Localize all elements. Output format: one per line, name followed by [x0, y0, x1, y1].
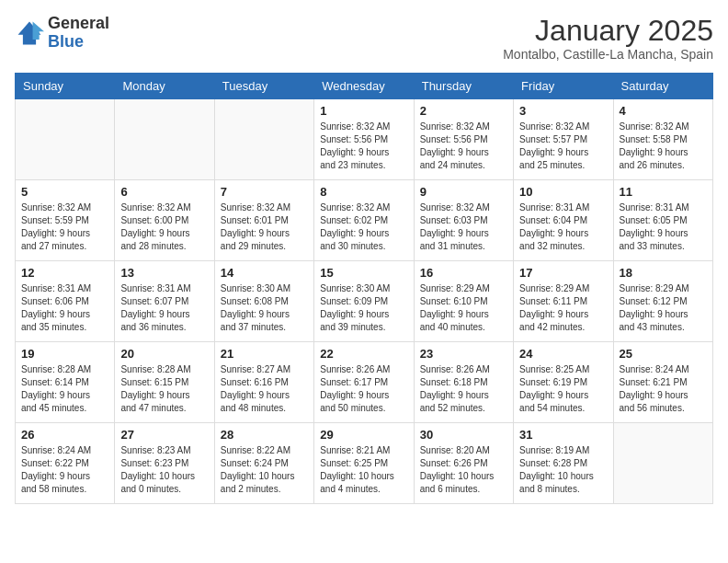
day-number: 16: [420, 266, 507, 280]
day-number: 20: [120, 347, 208, 361]
day-number: 31: [519, 428, 607, 442]
logo-blue: Blue: [48, 33, 109, 52]
day-info: Sunrise: 8:32 AMSunset: 5:57 PMDaylight:…: [519, 121, 607, 172]
day-number: 13: [120, 266, 208, 280]
day-number: 30: [420, 428, 507, 442]
day-number: 19: [21, 347, 108, 361]
day-number: 29: [320, 428, 407, 442]
day-info: Sunrise: 8:29 AMSunset: 6:12 PMDaylight:…: [620, 282, 707, 334]
day-header-sunday: Sunday: [16, 74, 115, 99]
day-number: 26: [21, 428, 108, 442]
week-row-3: 12Sunrise: 8:31 AMSunset: 6:06 PMDayligh…: [16, 261, 713, 342]
logo-general: General: [48, 15, 109, 33]
day-cell: 27Sunrise: 8:23 AMSunset: 6:23 PMDayligh…: [115, 423, 214, 504]
day-number: 12: [21, 266, 108, 280]
day-number: 8: [320, 185, 407, 199]
day-number: 25: [620, 347, 707, 361]
day-info: Sunrise: 8:32 AMSunset: 6:02 PMDaylight:…: [320, 201, 407, 253]
day-number: 5: [21, 185, 108, 199]
day-info: Sunrise: 8:32 AMSunset: 5:56 PMDaylight:…: [420, 121, 507, 172]
title-block: January 2025 Montalbo, Castille-La Manch…: [503, 15, 713, 62]
day-info: Sunrise: 8:26 AMSunset: 6:17 PMDaylight:…: [320, 363, 407, 415]
day-info: Sunrise: 8:32 AMSunset: 6:03 PMDaylight:…: [420, 201, 507, 253]
day-cell: 16Sunrise: 8:29 AMSunset: 6:10 PMDayligh…: [414, 261, 513, 342]
day-number: 9: [420, 185, 507, 199]
day-info: Sunrise: 8:24 AMSunset: 6:22 PMDaylight:…: [21, 444, 108, 496]
day-info: Sunrise: 8:25 AMSunset: 6:19 PMDaylight:…: [519, 363, 607, 415]
day-cell: 8Sunrise: 8:32 AMSunset: 6:02 PMDaylight…: [314, 180, 414, 261]
day-cell: 19Sunrise: 8:28 AMSunset: 6:14 PMDayligh…: [16, 342, 115, 423]
day-cell: [16, 99, 115, 180]
day-cell: [115, 99, 214, 180]
day-info: Sunrise: 8:23 AMSunset: 6:23 PMDaylight:…: [120, 444, 208, 496]
day-cell: [613, 423, 712, 504]
day-cell: 20Sunrise: 8:28 AMSunset: 6:15 PMDayligh…: [115, 342, 214, 423]
day-header-tuesday: Tuesday: [214, 74, 313, 99]
day-info: Sunrise: 8:32 AMSunset: 6:00 PMDaylight:…: [120, 201, 208, 253]
day-header-friday: Friday: [514, 74, 613, 99]
day-cell: 13Sunrise: 8:31 AMSunset: 6:07 PMDayligh…: [115, 261, 214, 342]
day-info: Sunrise: 8:22 AMSunset: 6:24 PMDaylight:…: [221, 444, 308, 496]
page-header: General Blue January 2025 Montalbo, Cast…: [15, 15, 713, 62]
day-cell: 10Sunrise: 8:31 AMSunset: 6:04 PMDayligh…: [514, 180, 613, 261]
month-title: January 2025: [503, 15, 713, 47]
day-cell: 3Sunrise: 8:32 AMSunset: 5:57 PMDaylight…: [514, 99, 613, 180]
day-info: Sunrise: 8:30 AMSunset: 6:09 PMDaylight:…: [320, 282, 407, 334]
day-number: 17: [519, 266, 607, 280]
day-number: 1: [320, 104, 407, 118]
day-number: 4: [620, 104, 707, 118]
day-info: Sunrise: 8:24 AMSunset: 6:21 PMDaylight:…: [620, 363, 707, 415]
day-number: 11: [620, 185, 707, 199]
day-cell: 23Sunrise: 8:26 AMSunset: 6:18 PMDayligh…: [414, 342, 513, 423]
day-info: Sunrise: 8:32 AMSunset: 5:58 PMDaylight:…: [620, 121, 707, 172]
day-header-wednesday: Wednesday: [314, 74, 414, 99]
day-cell: 26Sunrise: 8:24 AMSunset: 6:22 PMDayligh…: [16, 423, 115, 504]
day-cell: 29Sunrise: 8:21 AMSunset: 6:25 PMDayligh…: [314, 423, 414, 504]
day-info: Sunrise: 8:27 AMSunset: 6:16 PMDaylight:…: [221, 363, 308, 415]
day-info: Sunrise: 8:31 AMSunset: 6:05 PMDaylight:…: [620, 201, 707, 253]
day-info: Sunrise: 8:31 AMSunset: 6:04 PMDaylight:…: [519, 201, 607, 253]
day-info: Sunrise: 8:31 AMSunset: 6:06 PMDaylight:…: [21, 282, 108, 334]
day-number: 6: [120, 185, 208, 199]
day-cell: 14Sunrise: 8:30 AMSunset: 6:08 PMDayligh…: [214, 261, 313, 342]
day-number: 14: [221, 266, 308, 280]
day-number: 2: [420, 104, 507, 118]
day-number: 23: [420, 347, 507, 361]
header-row: SundayMondayTuesdayWednesdayThursdayFrid…: [16, 74, 713, 99]
week-row-1: 1Sunrise: 8:32 AMSunset: 5:56 PMDaylight…: [16, 99, 713, 180]
logo-icon: [15, 18, 44, 48]
day-number: 18: [620, 266, 707, 280]
day-cell: 21Sunrise: 8:27 AMSunset: 6:16 PMDayligh…: [214, 342, 313, 423]
day-cell: 30Sunrise: 8:20 AMSunset: 6:26 PMDayligh…: [414, 423, 513, 504]
day-info: Sunrise: 8:28 AMSunset: 6:14 PMDaylight:…: [21, 363, 108, 415]
day-cell: [214, 99, 313, 180]
location-title: Montalbo, Castille-La Mancha, Spain: [503, 47, 713, 62]
day-info: Sunrise: 8:29 AMSunset: 6:10 PMDaylight:…: [420, 282, 507, 334]
day-info: Sunrise: 8:32 AMSunset: 5:56 PMDaylight:…: [320, 121, 407, 172]
day-cell: 22Sunrise: 8:26 AMSunset: 6:17 PMDayligh…: [314, 342, 414, 423]
day-number: 22: [320, 347, 407, 361]
day-info: Sunrise: 8:20 AMSunset: 6:26 PMDaylight:…: [420, 444, 507, 496]
day-cell: 2Sunrise: 8:32 AMSunset: 5:56 PMDaylight…: [414, 99, 513, 180]
day-cell: 24Sunrise: 8:25 AMSunset: 6:19 PMDayligh…: [514, 342, 613, 423]
day-number: 21: [221, 347, 308, 361]
day-number: 7: [221, 185, 308, 199]
day-number: 27: [120, 428, 208, 442]
day-number: 15: [320, 266, 407, 280]
day-cell: 31Sunrise: 8:19 AMSunset: 6:28 PMDayligh…: [514, 423, 613, 504]
day-cell: 9Sunrise: 8:32 AMSunset: 6:03 PMDaylight…: [414, 180, 513, 261]
day-cell: 1Sunrise: 8:32 AMSunset: 5:56 PMDaylight…: [314, 99, 414, 180]
day-header-thursday: Thursday: [414, 74, 513, 99]
day-info: Sunrise: 8:31 AMSunset: 6:07 PMDaylight:…: [120, 282, 208, 334]
day-info: Sunrise: 8:28 AMSunset: 6:15 PMDaylight:…: [120, 363, 208, 415]
day-number: 3: [519, 104, 607, 118]
day-cell: 7Sunrise: 8:32 AMSunset: 6:01 PMDaylight…: [214, 180, 313, 261]
day-header-monday: Monday: [115, 74, 214, 99]
day-cell: 17Sunrise: 8:29 AMSunset: 6:11 PMDayligh…: [514, 261, 613, 342]
day-number: 28: [221, 428, 308, 442]
calendar-table: SundayMondayTuesdayWednesdayThursdayFrid…: [15, 73, 713, 504]
day-cell: 15Sunrise: 8:30 AMSunset: 6:09 PMDayligh…: [314, 261, 414, 342]
logo-text: General Blue: [48, 15, 109, 52]
week-row-5: 26Sunrise: 8:24 AMSunset: 6:22 PMDayligh…: [16, 423, 713, 504]
day-info: Sunrise: 8:30 AMSunset: 6:08 PMDaylight:…: [221, 282, 308, 334]
